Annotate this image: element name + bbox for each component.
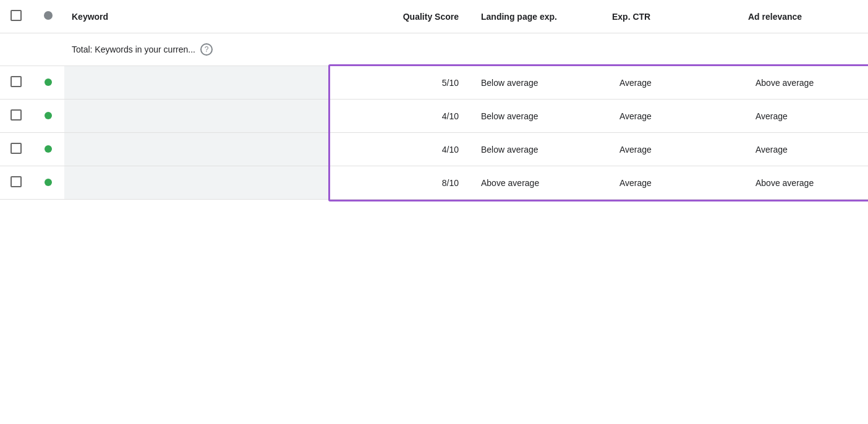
row-3-landing-page: Above average — [466, 166, 605, 200]
header-ad-relevance[interactable]: Ad relevance — [741, 0, 868, 33]
row-3-quality-score: 8/10 — [330, 166, 466, 200]
table-row: 4/10 Below average Average Average — [0, 133, 868, 166]
ad-relevance-header-label: Ad relevance — [748, 12, 802, 22]
total-row: Total: Keywords in your curren... ? — [0, 33, 868, 66]
row-3-ad-relevance: Above average — [741, 166, 868, 200]
header-checkbox[interactable] — [11, 10, 22, 21]
total-ctr-cell — [605, 33, 741, 66]
row-3-status-cell — [32, 166, 64, 200]
row-0-status-cell — [32, 66, 64, 100]
header-quality-score[interactable]: Quality Score — [330, 0, 466, 33]
header-status-cell — [32, 0, 64, 33]
row-1-keyword-cell — [64, 100, 330, 133]
row-3-checkbox-cell[interactable] — [0, 166, 32, 200]
row-1-quality-score: 4/10 — [330, 100, 466, 133]
table-row: 4/10 Below average Average Average — [0, 100, 868, 133]
row-2-quality-score: 4/10 — [330, 133, 466, 166]
table-container: Keyword Quality Score Landing page exp. … — [0, 0, 868, 200]
quality-score-header-label: Quality Score — [403, 12, 459, 22]
row-0-exp-ctr: Average — [605, 66, 741, 100]
row-1-checkbox[interactable] — [11, 109, 22, 121]
header-status-dot — [44, 11, 53, 20]
header-keyword: Keyword — [64, 0, 330, 33]
total-label-cell: Total: Keywords in your curren... ? — [64, 33, 330, 66]
row-3-keyword-cell — [64, 166, 330, 200]
row-2-keyword-cell — [64, 133, 330, 166]
help-icon[interactable]: ? — [200, 43, 213, 56]
row-2-status-cell — [32, 133, 64, 166]
header-checkbox-cell — [0, 0, 32, 33]
total-row-label: Total: Keywords in your curren... — [72, 45, 195, 54]
row-1-checkbox-cell[interactable] — [0, 100, 32, 133]
row-0-keyword-cell — [64, 66, 330, 100]
exp-ctr-header-label: Exp. CTR — [612, 12, 650, 22]
row-1-exp-ctr: Average — [605, 100, 741, 133]
row-3-exp-ctr: Average — [605, 166, 741, 200]
row-2-checkbox-cell[interactable] — [0, 133, 32, 166]
row-3-checkbox[interactable] — [11, 176, 22, 187]
row-2-exp-ctr: Average — [605, 133, 741, 166]
row-1-landing-page: Below average — [466, 100, 605, 133]
row-3-status-dot — [45, 179, 52, 186]
row-2-landing-page: Below average — [466, 133, 605, 166]
row-0-checkbox-cell[interactable] — [0, 66, 32, 100]
total-status-cell — [32, 33, 64, 66]
landing-page-header-label: Landing page exp. — [481, 12, 557, 22]
keyword-header-label: Keyword — [72, 12, 108, 22]
row-0-landing-page: Below average — [466, 66, 605, 100]
header-landing-page[interactable]: Landing page exp. — [466, 0, 605, 33]
total-quality-cell — [330, 33, 466, 66]
table-header-row: Keyword Quality Score Landing page exp. … — [0, 0, 868, 33]
row-0-status-dot — [45, 78, 52, 86]
row-2-ad-relevance: Average — [741, 133, 868, 166]
row-1-status-dot — [45, 112, 52, 119]
total-landing-cell — [466, 33, 605, 66]
header-exp-ctr[interactable]: Exp. CTR — [605, 0, 741, 33]
table-row: 8/10 Above average Average Above average — [0, 166, 868, 200]
keywords-table: Keyword Quality Score Landing page exp. … — [0, 0, 868, 200]
row-1-status-cell — [32, 100, 64, 133]
total-relevance-cell — [741, 33, 868, 66]
total-checkbox-cell — [0, 33, 32, 66]
row-1-ad-relevance: Average — [741, 100, 868, 133]
table-row: 5/10 Below average Average Above average — [0, 66, 868, 100]
row-0-quality-score: 5/10 — [330, 66, 466, 100]
row-2-status-dot — [45, 145, 52, 153]
row-0-ad-relevance: Above average — [741, 66, 868, 100]
row-0-checkbox[interactable] — [11, 76, 22, 87]
row-2-checkbox[interactable] — [11, 143, 22, 154]
